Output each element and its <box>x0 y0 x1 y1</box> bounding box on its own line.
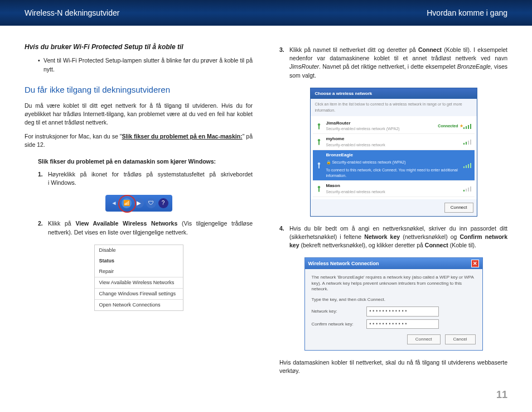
network-row-jimsrouter[interactable]: JimsRouterSecurity-enabled wireless netw… <box>313 118 475 135</box>
svg-rect-15 <box>466 165 467 168</box>
header-left: Wireless-N dekningsutvider <box>25 8 119 17</box>
cancel-button[interactable]: Cancel <box>445 334 476 344</box>
signal-bars-icon <box>463 123 472 129</box>
signal-bars-icon <box>463 186 472 191</box>
dialog-description: The network 'BronzeEagle' requires a net… <box>312 275 476 292</box>
step-text: Høyreklikk på ikonet for trådløs på syst… <box>48 170 253 187</box>
wifi-icon[interactable]: 📶 <box>122 198 132 208</box>
network-key-dialog: Wireless Network Connection ✕ The networ… <box>304 257 483 351</box>
step-number: 1. <box>38 170 48 187</box>
network-key-row: Network key: •••••••••••• <box>312 306 476 317</box>
confirm-key-row: Confirm network key: •••••••••••• <box>312 319 476 329</box>
step-text: Hvis du blir bedt om å angi en nettverks… <box>289 224 507 250</box>
bullet-item: • Vent til Wi-Fi Protected Setup-lampen … <box>38 56 253 73</box>
wireless-networks-dialog: Choose a wireless network Click an item … <box>310 88 477 217</box>
right-column: 3. Klikk på navnet til nettverket ditt o… <box>279 42 507 381</box>
page-body: Hvis du bruker Wi-Fi Protected Setup til… <box>0 26 532 381</box>
figure-wifi-list: Choose a wireless network Click an item … <box>279 88 507 217</box>
bullet-text: Vent til Wi-Fi Protected Setup-lampen sl… <box>43 56 253 73</box>
connected-label: Connected <box>438 123 458 129</box>
svg-rect-8 <box>463 143 465 145</box>
dialog-title: Choose a wireless network <box>311 88 477 99</box>
svg-rect-1 <box>318 125 320 129</box>
menu-item-view-networks[interactable]: View Available Wireless Networks <box>95 277 183 288</box>
svg-rect-21 <box>466 189 467 191</box>
confirm-key-input[interactable]: •••••••••••• <box>366 319 439 329</box>
antenna-icon <box>315 138 323 146</box>
step-text: Klikk på navnet til nettverket ditt og d… <box>289 46 507 80</box>
svg-rect-13 <box>318 165 320 169</box>
connect-button[interactable]: Connect <box>444 203 473 213</box>
svg-rect-7 <box>318 141 320 145</box>
dialog-subtitle: Click an item in the list below to conne… <box>311 99 477 116</box>
menu-item-status[interactable]: Status <box>95 256 183 266</box>
svg-rect-10 <box>468 141 469 145</box>
network-key-label: Network key: <box>312 308 366 315</box>
mac-link[interactable]: Slik fikser du problemet på en Mac-maski… <box>122 133 242 140</box>
section-heading-noaccess: Du får ikke tilgang til dekningsutvidere… <box>25 84 253 96</box>
confirm-key-label: Confirm network key: <box>312 321 366 328</box>
menu-item-open-connections[interactable]: Open Network Connections <box>95 299 183 310</box>
svg-rect-23 <box>470 186 471 191</box>
network-row-bronzeeagle[interactable]: BronzeEagle🔒 Security-enabled wireless n… <box>313 150 475 181</box>
step-number: 3. <box>279 46 289 80</box>
section-heading-wps: Hvis du bruker Wi-Fi Protected Setup til… <box>25 42 253 52</box>
figure-key-dialog: Wireless Network Connection ✕ The networ… <box>279 257 507 351</box>
arrow-icon: ◄ <box>109 198 119 208</box>
connect-button[interactable]: Connect <box>407 334 441 344</box>
step-1: 1. Høyreklikk på ikonet for trådløs på s… <box>38 170 253 187</box>
dialog-buttons: Connect Cancel <box>312 334 476 344</box>
step-text: Klikk på View Available Wireless Network… <box>48 219 253 236</box>
svg-rect-17 <box>470 163 471 168</box>
dialog-titlebar: Wireless Network Connection ✕ <box>305 258 482 269</box>
svg-rect-5 <box>470 124 471 129</box>
dialog-instruction: Type the key, and then click Connect. <box>312 296 476 303</box>
bullet-dot: • <box>38 56 43 73</box>
svg-rect-4 <box>468 125 469 129</box>
left-column: Hvis du bruker Wi-Fi Protected Setup til… <box>25 42 253 381</box>
dialog-title-text: Wireless Network Connection <box>308 260 379 267</box>
network-row-mason[interactable]: MasonSecurity-enabled wireless network <box>313 181 475 197</box>
network-key-input[interactable]: •••••••••••• <box>366 306 439 317</box>
svg-rect-16 <box>468 164 469 168</box>
star-icon: ★ <box>460 123 463 130</box>
paragraph: For instruksjoner for Mac, kan du se "Sl… <box>25 132 253 149</box>
network-list: JimsRouterSecurity-enabled wireless netw… <box>311 116 477 199</box>
step-2: 2. Klikk på View Available Wireless Netw… <box>38 219 253 236</box>
svg-rect-9 <box>466 142 467 145</box>
paragraph: Du må være koblet til ditt eget nettverk… <box>25 102 253 127</box>
page-header: Wireless-N dekningsutvider Hvordan komme… <box>0 0 532 26</box>
help-icon: ? <box>158 198 168 208</box>
antenna-icon <box>315 185 323 193</box>
signal-bars-icon <box>463 139 472 145</box>
signal-bars-icon <box>463 162 472 168</box>
svg-rect-11 <box>470 140 471 145</box>
svg-rect-20 <box>463 190 465 191</box>
menu-item-repair[interactable]: Repair <box>95 266 183 277</box>
antenna-icon <box>315 161 323 169</box>
network-row-myhome[interactable]: myhomeSecurity-enabled wireless network <box>313 134 475 150</box>
page-number: 11 <box>496 389 507 401</box>
step-4: 4. Hvis du blir bedt om å angi en nettve… <box>279 224 507 250</box>
figure-context-menu: Disable Status Repair View Available Wir… <box>25 245 253 311</box>
steps-heading: Slik fikser du problemet på en datamaski… <box>38 157 253 166</box>
menu-item-firewall[interactable]: Change Windows Firewall settings <box>95 288 183 299</box>
close-icon[interactable]: ✕ <box>471 260 479 267</box>
conclusion-paragraph: Hvis datamaskinen kobler til nettverket,… <box>279 358 507 375</box>
antenna-icon <box>315 122 323 130</box>
systray-mock: ◄ 📶 ▶ 🛡 ? <box>105 195 172 212</box>
context-menu: Disable Status Repair View Available Wir… <box>94 245 183 311</box>
step-number: 4. <box>279 224 289 250</box>
step-3: 3. Klikk på navnet til nettverket ditt o… <box>279 46 507 80</box>
svg-rect-14 <box>463 166 465 168</box>
dialog-button-bar: Connect <box>311 199 477 216</box>
header-right: Hvordan komme i gang <box>427 8 507 17</box>
figure-systray: ◄ 📶 ▶ 🛡 ? <box>25 195 253 212</box>
step-number: 2. <box>38 219 48 236</box>
svg-rect-2 <box>463 127 465 129</box>
svg-rect-3 <box>466 126 467 129</box>
svg-rect-19 <box>318 188 320 192</box>
menu-item-disable[interactable]: Disable <box>95 245 183 256</box>
shield-icon: 🛡 <box>146 198 156 208</box>
svg-rect-22 <box>468 188 469 191</box>
